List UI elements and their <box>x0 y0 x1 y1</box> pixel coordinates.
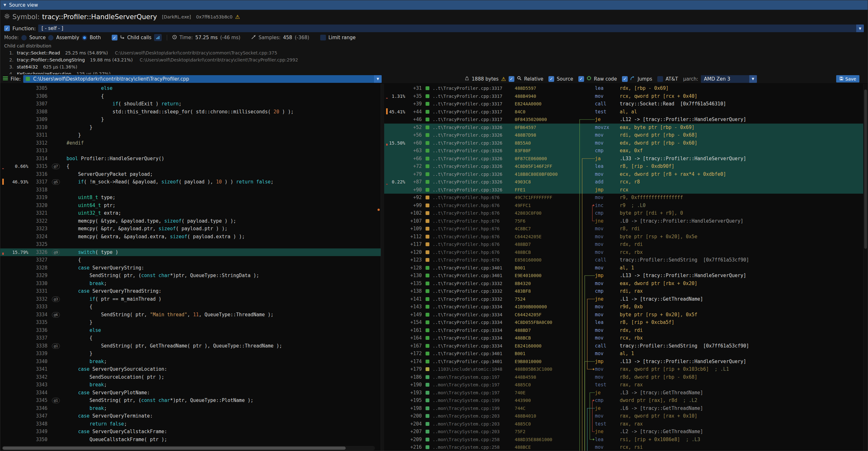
vertical-scrollbar[interactable] <box>863 84 868 451</box>
att-syntax-checkbox[interactable] <box>657 76 663 82</box>
save-button[interactable]: Save <box>836 75 859 83</box>
source-line[interactable]: 3335 } <box>0 319 381 327</box>
asm-line[interactable]: +164..t\TracyProfiler.cpp:3334488BCBmovr… <box>384 334 863 342</box>
source-line[interactable]: 3313 <box>0 147 381 155</box>
source-line[interactable]: 3331 case ServerQueryThreadString: <box>0 287 381 295</box>
source-line[interactable]: 3337 { <box>0 334 381 342</box>
child-call-item[interactable]: 4.KeSynchronizeExecution125 μs (0.27%) <box>4 70 864 74</box>
asm-line[interactable]: +174..t\TracyProfiler.cpp:3401E9B8010000… <box>384 358 863 366</box>
source-line[interactable]: 3311 } <box>0 131 381 139</box>
source-line[interactable]: 3306 { <box>0 92 381 100</box>
radio-assembly[interactable] <box>48 35 54 40</box>
source-line[interactable]: 3314bool Profiler::HandleServerQuery() <box>0 155 381 163</box>
radio-source[interactable] <box>21 35 27 40</box>
asm-line[interactable]: +154..t\TracyProfiler.cpp:33344C8D055FBA… <box>384 319 863 327</box>
source-line[interactable]: 0.66%3315@7{ <box>0 162 381 171</box>
asm-line[interactable]: +190..mon\TracySystem.cpp:1974885C0testr… <box>384 381 863 389</box>
jumps-checkbox[interactable]: ✓ <box>622 76 628 82</box>
source-line[interactable]: 3344 case ServerQueryPlotName: <box>0 389 381 397</box>
source-line[interactable]: 3338@1 SendString( ptr, GetThreadName( p… <box>0 342 381 350</box>
source-line[interactable]: 3319 uint8_t type; <box>0 194 381 202</box>
source-line[interactable]: 3307 if( shouldExit ) return; <box>0 100 381 108</box>
source-line[interactable]: 3340 break; <box>0 358 381 366</box>
source-line[interactable]: 3347 case ServerQueryTerminate: <box>0 412 381 420</box>
horizontal-scrollbar-thumb[interactable] <box>3 447 346 450</box>
source-line[interactable]: 15.79%3326@9 switch( type ) <box>0 248 381 257</box>
child-call-item[interactable]: 2.tracy::Profiler::SendLongString19.88 m… <box>4 56 864 63</box>
child-call-distribution-header[interactable]: Child call distribution <box>4 42 864 49</box>
source-line[interactable]: 3323 memcpy( &ptr, &payload.ptr, sizeof(… <box>0 225 381 233</box>
asm-line[interactable]: 0.22%+87..t\TracyProfiler.cpp:33264903C8… <box>384 178 863 186</box>
assembly-pane[interactable]: +31..t\TracyProfiler.cpp:3317488D5597lea… <box>384 84 863 451</box>
collapse-icon[interactable]: ▼ <box>3 3 6 7</box>
asm-line[interactable]: +216..mon\TracySystem.cpp:258488BCEmovrc… <box>384 443 863 451</box>
asm-line[interactable]: +209..mon\TracySystem.cpp:258488D35E8861… <box>384 436 863 444</box>
asm-line[interactable]: +200..mon\TracySystem.cpp:203488B4010mov… <box>384 412 863 420</box>
titlebar[interactable]: ▼ Source view <box>0 0 868 10</box>
source-line[interactable]: 3345@1 SendString( ptr, (const char*)ptr… <box>0 396 381 404</box>
asm-line[interactable]: +120..t\TracyProfiler.hpp:676488BCBmovrc… <box>384 248 863 257</box>
source-line[interactable]: 3321 uint32_t extra; <box>0 209 381 217</box>
source-line[interactable]: 3305 else <box>0 84 381 92</box>
raw-code-checkbox[interactable]: ✓ <box>578 76 584 82</box>
asm-line[interactable]: +195..mon\TracySystem.cpp:199443900cmpdw… <box>384 396 863 404</box>
asm-line[interactable]: +186..mon\TracySystem.cpp:197448B4598mov… <box>384 373 863 381</box>
source-line[interactable]: 3309 } <box>0 116 381 124</box>
source-line[interactable]: 3327 { <box>0 256 381 264</box>
source-line[interactable]: 3312#endif <box>0 139 381 147</box>
asm-line[interactable]: +193..mon\TracySystem.cpp:197740Eje.L3 -… <box>384 389 863 397</box>
asm-line[interactable]: +207..mon\TracySystem.cpp:20375F2jne.L2 … <box>384 428 863 436</box>
asm-line[interactable]: +172..t\TracyProfiler.cpp:3401B001moval,… <box>384 350 863 358</box>
asm-line[interactable]: +79..t\TracyProfiler.cpp:3326418B8C80E0B… <box>384 171 863 178</box>
relative-checkbox[interactable]: ✓ <box>509 76 515 82</box>
radio-both[interactable] <box>82 35 87 40</box>
asm-line[interactable]: +204..mon\TracySystem.cpp:2034885C0testr… <box>384 420 863 428</box>
asm-line[interactable]: +39..t\TracyProfiler.cpp:3317E824AA0000c… <box>384 100 863 108</box>
asm-line[interactable]: +130..t\TracyProfiler.cpp:3401E9E4010000… <box>384 272 863 280</box>
source-line[interactable]: 3322 memcpy( &type, &payload.type, sizeo… <box>0 217 381 225</box>
asm-line[interactable]: +117..t\TracyProfiler.hpp:676488BD7movrd… <box>384 240 863 248</box>
function-checkbox[interactable]: ✓ <box>4 26 10 31</box>
chevron-down-icon[interactable]: ▼ <box>749 75 757 83</box>
asm-line[interactable]: +128..t\TracyProfiler.cpp:3401B001moval,… <box>384 264 863 272</box>
asm-line[interactable]: +149..t\TracyProfiler.cpp:3334C64424205F… <box>384 311 863 319</box>
horizontal-scrollbar[interactable] <box>2 446 375 450</box>
file-combo[interactable]: C:\Users\wolf\Desktop\darkrl\contrib\tra… <box>23 75 382 83</box>
source-checkbox[interactable]: ✓ <box>549 76 554 82</box>
asm-line[interactable]: +31..t\TracyProfiler.cpp:3317488D5597lea… <box>384 84 863 92</box>
asm-line[interactable]: +123..t\TracyProfiler.hpp:676E850160000c… <box>384 256 863 264</box>
source-line[interactable]: 3328 case ServerQueryString: <box>0 264 381 272</box>
asm-line[interactable]: +102..t\TracyProfiler.hpp:67642803C0F00c… <box>384 209 863 217</box>
asm-line[interactable]: +52..t\TracyProfiler.cpp:33260FB64597mov… <box>384 124 863 131</box>
uarch-combo[interactable]: AMD Zen 3 ▼ <box>701 75 757 83</box>
asm-line[interactable]: +112..t\TracyProfiler.hpp:676C64424205Em… <box>384 233 863 241</box>
source-line[interactable]: 3318 <box>0 186 381 194</box>
source-line[interactable]: 3336 else <box>0 327 381 334</box>
vertical-scrollbar-thumb[interactable] <box>864 90 867 249</box>
asm-line[interactable]: +99..t\TracyProfiler.hpp:67649FFC1incr9 … <box>384 202 863 210</box>
source-line[interactable]: 3350 QueueCallstackFrame( ptr ); <box>0 436 381 444</box>
asm-line[interactable]: +161..t\TracyProfiler.cpp:3334488BD7movr… <box>384 327 863 334</box>
asm-line[interactable]: 1.31%+35..t\TracyProfiler.cpp:3317488B49… <box>384 92 863 100</box>
source-line[interactable]: 46.93%3317@5 if( !m_sock->Read( &payload… <box>0 178 381 186</box>
pane-splitter[interactable] <box>381 84 384 451</box>
source-line[interactable]: 3332@3 if( ptr == m_mainThread ) <box>0 295 381 303</box>
source-line[interactable]: 3343 break; <box>0 381 381 389</box>
asm-line[interactable]: +138..t\TracyProfiler.cpp:3332483BF8cmpr… <box>384 287 863 295</box>
asm-line[interactable]: +143..t\TracyProfiler.cpp:333441B90B0000… <box>384 303 863 311</box>
source-line[interactable]: 3342 SendSourceLocation( ptr ); <box>0 373 381 381</box>
child-call-item[interactable]: 1.tracy::Socket::Read25.25 ms (54.89%)C:… <box>4 49 864 56</box>
source-line[interactable]: 3324 memcpy( &extra, &payload.extra, siz… <box>0 233 381 241</box>
asm-line[interactable]: +92..t\TracyProfiler.hpp:67649C7C1FFFFFF… <box>384 194 863 202</box>
asm-line[interactable]: +66..t\TracyProfiler.cpp:33260F87CE06000… <box>384 155 863 163</box>
source-line[interactable]: 3348 return false; <box>0 420 381 428</box>
source-line[interactable]: 3349 case ServerQueryCallstackFrame: <box>0 428 381 436</box>
source-line[interactable]: 3320 uint64_t ptr; <box>0 202 381 210</box>
chevron-down-icon[interactable]: ▼ <box>374 75 382 83</box>
asm-line[interactable]: +46..t\TracyProfiler.cpp:33170F843502000… <box>384 116 863 124</box>
asm-line[interactable]: +179..1103\include\atomic:1048488B05B63C… <box>384 365 863 373</box>
asm-line[interactable]: +167..t\TracyProfiler.cpp:3334E824160000… <box>384 342 863 350</box>
source-line[interactable]: 3339 } <box>0 350 381 358</box>
child-calls-checkbox[interactable]: ✓ <box>112 35 118 40</box>
source-line[interactable]: 3333 { <box>0 303 381 311</box>
